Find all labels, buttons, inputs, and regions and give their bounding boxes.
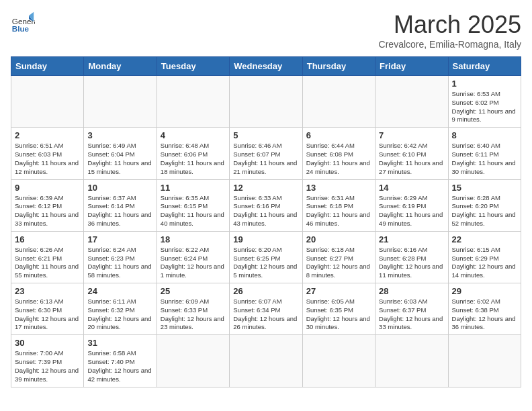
day-info: Sunrise: 6:31 AM Sunset: 6:18 PM Dayligh… (306, 194, 371, 228)
calendar-day-cell: 14Sunrise: 6:29 AM Sunset: 6:19 PM Dayli… (375, 179, 448, 231)
day-number: 14 (379, 183, 444, 193)
calendar-day-cell (157, 335, 229, 387)
calendar-day-cell: 12Sunrise: 6:33 AM Sunset: 6:16 PM Dayli… (230, 179, 302, 231)
calendar-week-row: 9Sunrise: 6:39 AM Sunset: 6:12 PM Daylig… (11, 179, 521, 231)
calendar-day-cell (448, 335, 521, 387)
day-number: 28 (379, 286, 444, 296)
day-info: Sunrise: 6:18 AM Sunset: 6:27 PM Dayligh… (306, 246, 371, 280)
calendar-day-cell (375, 76, 448, 128)
day-info: Sunrise: 6:29 AM Sunset: 6:19 PM Dayligh… (379, 194, 444, 228)
weekday-header-thursday: Thursday (302, 57, 375, 76)
day-number: 27 (306, 286, 371, 296)
day-info: Sunrise: 6:13 AM Sunset: 6:30 PM Dayligh… (15, 298, 80, 332)
calendar-week-row: 1Sunrise: 6:53 AM Sunset: 6:02 PM Daylig… (11, 76, 521, 128)
calendar-day-cell: 15Sunrise: 6:28 AM Sunset: 6:20 PM Dayli… (448, 179, 521, 231)
header: General Blue March 2025 Crevalcore, Emil… (11, 11, 521, 50)
day-info: Sunrise: 6:46 AM Sunset: 6:07 PM Dayligh… (233, 142, 298, 176)
calendar-day-cell: 20Sunrise: 6:18 AM Sunset: 6:27 PM Dayli… (302, 231, 375, 283)
day-number: 30 (15, 338, 80, 348)
day-number: 1 (452, 79, 517, 89)
day-info: Sunrise: 6:58 AM Sunset: 7:40 PM Dayligh… (87, 349, 152, 383)
calendar-day-cell (230, 335, 302, 387)
day-number: 12 (233, 183, 298, 193)
weekday-header-wednesday: Wednesday (230, 57, 302, 76)
day-info: Sunrise: 6:20 AM Sunset: 6:25 PM Dayligh… (233, 246, 298, 280)
calendar-day-cell: 2Sunrise: 6:51 AM Sunset: 6:03 PM Daylig… (11, 128, 84, 179)
day-number: 11 (161, 183, 226, 193)
day-info: Sunrise: 6:49 AM Sunset: 6:04 PM Dayligh… (87, 142, 152, 176)
calendar-day-cell: 28Sunrise: 6:03 AM Sunset: 6:37 PM Dayli… (375, 283, 448, 335)
calendar-day-cell: 6Sunrise: 6:44 AM Sunset: 6:08 PM Daylig… (302, 128, 375, 179)
calendar-week-row: 23Sunrise: 6:13 AM Sunset: 6:30 PM Dayli… (11, 283, 521, 335)
calendar-day-cell: 22Sunrise: 6:15 AM Sunset: 6:29 PM Dayli… (448, 231, 521, 283)
calendar-day-cell (11, 76, 84, 128)
day-number: 3 (87, 130, 152, 140)
svg-text:Blue: Blue (12, 24, 30, 33)
day-info: Sunrise: 6:40 AM Sunset: 6:11 PM Dayligh… (452, 142, 517, 176)
day-number: 22 (452, 234, 517, 244)
calendar-day-cell: 31Sunrise: 6:58 AM Sunset: 7:40 PM Dayli… (84, 335, 157, 387)
calendar-day-cell: 24Sunrise: 6:11 AM Sunset: 6:32 PM Dayli… (84, 283, 157, 335)
day-info: Sunrise: 6:24 AM Sunset: 6:23 PM Dayligh… (87, 246, 152, 280)
calendar-day-cell: 18Sunrise: 6:22 AM Sunset: 6:24 PM Dayli… (157, 231, 229, 283)
day-number: 8 (452, 130, 517, 140)
calendar-day-cell: 19Sunrise: 6:20 AM Sunset: 6:25 PM Dayli… (230, 231, 302, 283)
day-info: Sunrise: 6:16 AM Sunset: 6:28 PM Dayligh… (379, 246, 444, 280)
calendar-week-row: 30Sunrise: 7:00 AM Sunset: 7:39 PM Dayli… (11, 335, 521, 387)
location-subtitle: Crevalcore, Emilia-Romagna, Italy (379, 39, 521, 50)
day-number: 24 (87, 286, 152, 296)
day-number: 4 (161, 130, 226, 140)
day-number: 29 (452, 286, 517, 296)
calendar-day-cell: 27Sunrise: 6:05 AM Sunset: 6:35 PM Dayli… (302, 283, 375, 335)
calendar-day-cell: 16Sunrise: 6:26 AM Sunset: 6:21 PM Dayli… (11, 231, 84, 283)
weekday-header-sunday: Sunday (11, 57, 84, 76)
calendar-day-cell: 26Sunrise: 6:07 AM Sunset: 6:34 PM Dayli… (230, 283, 302, 335)
calendar-day-cell: 25Sunrise: 6:09 AM Sunset: 6:33 PM Dayli… (157, 283, 229, 335)
calendar-day-cell: 23Sunrise: 6:13 AM Sunset: 6:30 PM Dayli… (11, 283, 84, 335)
day-info: Sunrise: 6:05 AM Sunset: 6:35 PM Dayligh… (306, 298, 371, 332)
logo: General Blue (11, 11, 35, 35)
weekday-header-friday: Friday (375, 57, 448, 76)
day-info: Sunrise: 6:22 AM Sunset: 6:24 PM Dayligh… (161, 246, 226, 280)
calendar-day-cell: 11Sunrise: 6:35 AM Sunset: 6:15 PM Dayli… (157, 179, 229, 231)
day-info: Sunrise: 6:51 AM Sunset: 6:03 PM Dayligh… (15, 142, 80, 176)
day-number: 15 (452, 183, 517, 193)
day-info: Sunrise: 6:03 AM Sunset: 6:37 PM Dayligh… (379, 298, 444, 332)
calendar-day-cell: 7Sunrise: 6:42 AM Sunset: 6:10 PM Daylig… (375, 128, 448, 179)
calendar-week-row: 16Sunrise: 6:26 AM Sunset: 6:21 PM Dayli… (11, 231, 521, 283)
calendar-day-cell: 3Sunrise: 6:49 AM Sunset: 6:04 PM Daylig… (84, 128, 157, 179)
calendar-day-cell: 29Sunrise: 6:02 AM Sunset: 6:38 PM Dayli… (448, 283, 521, 335)
day-info: Sunrise: 6:07 AM Sunset: 6:34 PM Dayligh… (233, 298, 298, 332)
logo-icon: General Blue (11, 11, 35, 35)
calendar-day-cell: 17Sunrise: 6:24 AM Sunset: 6:23 PM Dayli… (84, 231, 157, 283)
calendar-day-cell: 5Sunrise: 6:46 AM Sunset: 6:07 PM Daylig… (230, 128, 302, 179)
calendar-table: SundayMondayTuesdayWednesdayThursdayFrid… (11, 56, 521, 387)
day-info: Sunrise: 6:53 AM Sunset: 6:02 PM Dayligh… (452, 90, 517, 124)
day-info: Sunrise: 6:09 AM Sunset: 6:33 PM Dayligh… (161, 298, 226, 332)
day-info: Sunrise: 6:28 AM Sunset: 6:20 PM Dayligh… (452, 194, 517, 228)
calendar-day-cell: 10Sunrise: 6:37 AM Sunset: 6:14 PM Dayli… (84, 179, 157, 231)
calendar-day-cell (157, 76, 229, 128)
day-number: 9 (15, 183, 80, 193)
day-number: 7 (379, 130, 444, 140)
day-number: 16 (15, 234, 80, 244)
day-number: 25 (161, 286, 226, 296)
day-info: Sunrise: 6:11 AM Sunset: 6:32 PM Dayligh… (87, 298, 152, 332)
calendar-day-cell: 9Sunrise: 6:39 AM Sunset: 6:12 PM Daylig… (11, 179, 84, 231)
day-number: 31 (87, 338, 152, 348)
day-info: Sunrise: 6:39 AM Sunset: 6:12 PM Dayligh… (15, 194, 80, 228)
day-number: 20 (306, 234, 371, 244)
day-number: 2 (15, 130, 80, 140)
calendar-day-cell (230, 76, 302, 128)
day-info: Sunrise: 6:33 AM Sunset: 6:16 PM Dayligh… (233, 194, 298, 228)
day-info: Sunrise: 6:48 AM Sunset: 6:06 PM Dayligh… (161, 142, 226, 176)
day-number: 13 (306, 183, 371, 193)
day-number: 26 (233, 286, 298, 296)
day-info: Sunrise: 6:44 AM Sunset: 6:08 PM Dayligh… (306, 142, 371, 176)
calendar-day-cell: 30Sunrise: 7:00 AM Sunset: 7:39 PM Dayli… (11, 335, 84, 387)
day-info: Sunrise: 6:35 AM Sunset: 6:15 PM Dayligh… (161, 194, 226, 228)
weekday-header-monday: Monday (84, 57, 157, 76)
day-number: 6 (306, 130, 371, 140)
day-number: 21 (379, 234, 444, 244)
day-number: 19 (233, 234, 298, 244)
